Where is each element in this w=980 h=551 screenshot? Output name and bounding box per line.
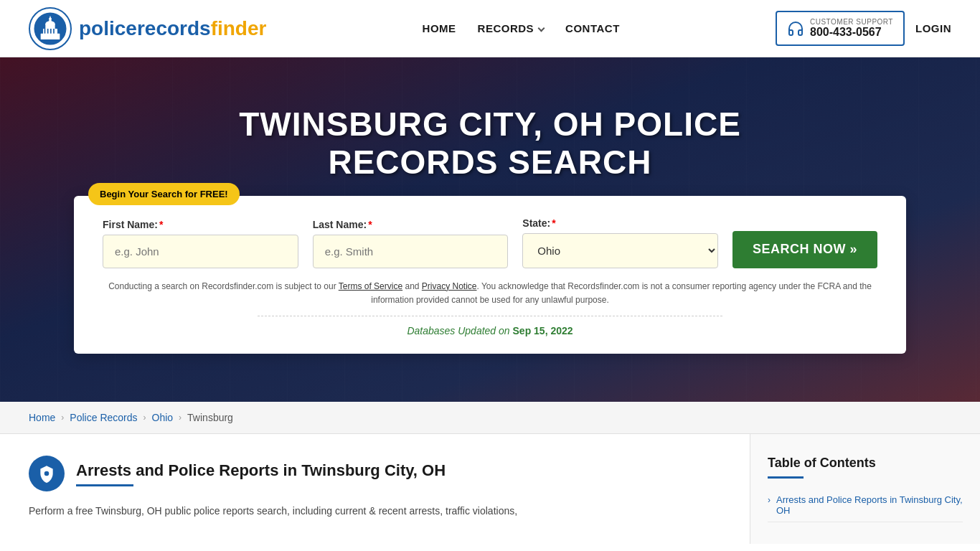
free-badge: Begin Your Search for FREE! <box>88 183 240 205</box>
toc-item-label: Arrests and Police Reports in Twinsburg … <box>776 494 963 516</box>
breadcrumb: Home › Police Records › Ohio › Twinsburg <box>0 402 980 434</box>
first-name-group: First Name:* <box>103 219 298 268</box>
nav-home[interactable]: HOME <box>423 22 456 34</box>
last-name-group: Last Name:* <box>313 219 509 268</box>
last-name-label: Last Name:* <box>313 219 509 230</box>
section-title: Arrests and Police Reports in Twinsburg … <box>76 461 446 480</box>
support-text: CUSTOMER SUPPORT 800-433-0567 <box>810 18 893 39</box>
breadcrumb-ohio[interactable]: Ohio <box>152 412 174 423</box>
hero-title: TWINSBURG CITY, OH POLICE RECORDS SEARCH <box>167 105 813 182</box>
hero-section: TWINSBURG CITY, OH POLICE RECORDS SEARCH… <box>0 57 980 402</box>
db-updated: Databases Updated on Sep 15, 2022 <box>103 325 877 336</box>
search-button[interactable]: SEARCH NOW » <box>732 231 877 268</box>
breadcrumb-twinsburg: Twinsburg <box>187 412 233 423</box>
toc-divider <box>768 476 804 479</box>
terms-link[interactable]: Terms of Service <box>339 281 402 291</box>
breadcrumb-sep-2: › <box>143 413 146 423</box>
search-container: Begin Your Search for FREE! First Name:*… <box>74 196 906 354</box>
login-button[interactable]: LOGIN <box>915 22 951 34</box>
support-phone: 800-433-0567 <box>810 26 893 39</box>
logo[interactable]: policerecordsfinder <box>29 7 266 50</box>
section-underline <box>76 484 133 486</box>
state-group: State:* Ohio Alabama Alaska Arizona Cali… <box>522 217 718 268</box>
privacy-link[interactable]: Privacy Notice <box>422 281 477 291</box>
state-select[interactable]: Ohio Alabama Alaska Arizona California C… <box>522 233 718 268</box>
svg-rect-10 <box>53 29 55 34</box>
section-heading: Arrests and Police Reports in Twinsburg … <box>29 456 721 491</box>
headset-icon <box>787 20 804 37</box>
toc-arrow-icon: › <box>768 495 771 505</box>
last-name-input[interactable] <box>313 235 509 268</box>
svg-rect-9 <box>50 29 52 34</box>
first-name-label: First Name:* <box>103 219 298 230</box>
customer-support[interactable]: CUSTOMER SUPPORT 800-433-0567 <box>776 11 905 46</box>
badge-icon <box>29 456 65 491</box>
state-label: State:* <box>522 217 718 229</box>
nav-records[interactable]: RECORDS <box>478 22 545 34</box>
breadcrumb-sep-3: › <box>179 413 182 423</box>
first-name-input[interactable] <box>103 235 298 268</box>
support-label: CUSTOMER SUPPORT <box>810 18 893 26</box>
main-content: Arrests and Police Reports in Twinsburg … <box>0 434 980 544</box>
svg-point-11 <box>44 471 50 476</box>
logo-icon <box>29 7 72 50</box>
content-right: Table of Contents › Arrests and Police R… <box>750 434 980 544</box>
section-title-wrapper: Arrests and Police Reports in Twinsburg … <box>76 461 446 486</box>
svg-rect-8 <box>47 29 49 34</box>
records-chevron-icon <box>538 25 545 32</box>
shield-badge-icon <box>37 464 56 483</box>
search-fields: First Name:* Last Name:* State:* Ohio Al… <box>103 217 877 268</box>
disclaimer-text: Conducting a search on Recordsfinder.com… <box>103 280 877 307</box>
toc-title: Table of Contents <box>768 456 963 471</box>
divider <box>258 316 722 316</box>
breadcrumb-home[interactable]: Home <box>29 412 55 423</box>
nav-contact[interactable]: CONTACT <box>565 22 620 34</box>
content-left: Arrests and Police Reports in Twinsburg … <box>0 434 750 544</box>
breadcrumb-police-records[interactable]: Police Records <box>70 412 137 423</box>
main-nav: HOME RECORDS CONTACT <box>423 22 620 34</box>
svg-rect-7 <box>44 29 46 34</box>
breadcrumb-sep-1: › <box>61 413 64 423</box>
section-description: Perform a free Twinsburg, OH public poli… <box>29 503 721 519</box>
header: policerecordsfinder HOME RECORDS CONTACT… <box>0 0 980 57</box>
toc-item[interactable]: › Arrests and Police Reports in Twinsbur… <box>768 489 963 522</box>
logo-text: policerecordsfinder <box>79 17 266 40</box>
nav-right: CUSTOMER SUPPORT 800-433-0567 LOGIN <box>776 11 951 46</box>
